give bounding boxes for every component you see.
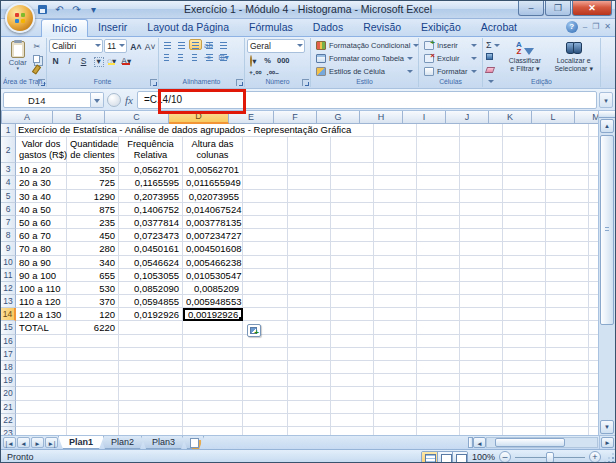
row-header-9[interactable]: 9 [1, 242, 16, 255]
cell-A4[interactable]: 20 a 30 [16, 176, 67, 189]
cell-F9[interactable] [288, 242, 331, 255]
cell-E12[interactable] [243, 282, 288, 295]
cell-B21[interactable] [67, 401, 119, 414]
conditional-formatting-button[interactable]: Formatação Condicional [313, 39, 416, 51]
cell-J13[interactable] [460, 295, 503, 308]
ribbon-tab-2[interactable]: Layout da Página [137, 19, 239, 37]
cell-C9[interactable]: 0,0450161 [119, 242, 183, 255]
expand-formula-bar-icon[interactable]: ▾ [599, 92, 613, 108]
number-dialog-launcher[interactable] [302, 79, 309, 86]
cell-E9[interactable] [243, 242, 288, 255]
zoom-slider[interactable] [515, 457, 585, 458]
wrap-text-icon[interactable] [217, 39, 230, 50]
cell-F6[interactable] [288, 203, 331, 216]
cell-J6[interactable] [460, 203, 503, 216]
cell-E13[interactable] [243, 295, 288, 308]
cell-I8[interactable] [417, 229, 460, 242]
row-header-23[interactable]: 23 [1, 427, 16, 435]
cell-I19[interactable] [417, 374, 460, 387]
formula-input[interactable]: =C14/10 [137, 91, 597, 109]
cell-C3[interactable]: 0,0562701 [119, 163, 183, 176]
cell-A17[interactable] [16, 348, 67, 361]
cell-G9[interactable] [331, 242, 374, 255]
cell-K5[interactable] [503, 190, 546, 203]
cell-I2[interactable] [417, 137, 460, 163]
cell-E19[interactable] [243, 374, 288, 387]
cell-K18[interactable] [503, 361, 546, 374]
cell-I11[interactable] [417, 269, 460, 282]
column-header-g[interactable]: G [317, 111, 360, 124]
cell-H12[interactable] [374, 282, 417, 295]
cell-I15[interactable] [417, 321, 460, 334]
cell-C12[interactable]: 0,0852090 [119, 282, 183, 295]
cell-B17[interactable] [67, 348, 119, 361]
cell-C10[interactable]: 0,0546624 [119, 256, 183, 269]
cell-G21[interactable] [331, 401, 374, 414]
cell-F19[interactable] [288, 374, 331, 387]
cell-G2[interactable] [331, 137, 374, 163]
cell-J9[interactable] [460, 242, 503, 255]
cell-F11[interactable] [288, 269, 331, 282]
cell-G13[interactable] [331, 295, 374, 308]
clear-button[interactable] [485, 65, 501, 77]
cell-E17[interactable] [243, 348, 288, 361]
font-color-button[interactable]: A▾ [119, 54, 133, 67]
borders-button[interactable]: ▾ [91, 54, 104, 67]
ribbon-tab-4[interactable]: Dados [303, 19, 353, 37]
cell-A22[interactable] [16, 414, 67, 427]
column-header-b[interactable]: B [53, 111, 105, 124]
cell-K6[interactable] [503, 203, 546, 216]
first-sheet-icon[interactable]: |◄ [3, 437, 16, 448]
cell-K13[interactable] [503, 295, 546, 308]
cell-H20[interactable] [374, 387, 417, 400]
cell-C17[interactable] [119, 348, 183, 361]
cell-L8[interactable] [546, 229, 589, 242]
cell-E20[interactable] [243, 387, 288, 400]
sheet-tab-plan2[interactable]: Plan2 [100, 436, 145, 449]
cell-G18[interactable] [331, 361, 374, 374]
cell-L19[interactable] [546, 374, 589, 387]
cell-C18[interactable] [119, 361, 183, 374]
column-header-f[interactable]: F [274, 111, 317, 124]
cell-B2[interactable]: Quantidadede clientes [67, 137, 119, 163]
copy-button[interactable] [30, 53, 43, 64]
align-bottom-icon[interactable] [189, 39, 202, 50]
cell-H22[interactable] [374, 414, 417, 427]
cell-G4[interactable] [331, 176, 374, 189]
cell-G5[interactable] [331, 190, 374, 203]
last-sheet-icon[interactable]: ►| [45, 437, 58, 448]
align-middle-icon[interactable] [175, 39, 188, 50]
sheet-tab-plan1[interactable]: Plan1 [58, 436, 104, 449]
cell-L18[interactable] [546, 361, 589, 374]
alignment-dialog-launcher[interactable] [236, 79, 243, 86]
cell-H17[interactable] [374, 348, 417, 361]
ribbon-tab-3[interactable]: Fórmulas [239, 19, 303, 37]
cell-C11[interactable]: 0,1053055 [119, 269, 183, 282]
cell-A2[interactable]: Valor dosgastos (R$) [16, 137, 67, 163]
row-header-18[interactable]: 18 [1, 361, 16, 374]
cell-B3[interactable]: 350 [67, 163, 119, 176]
cell-F7[interactable] [288, 216, 331, 229]
cell-B6[interactable]: 875 [67, 203, 119, 216]
font-name-combo[interactable]: Calibri [49, 39, 103, 53]
currency-format-button[interactable]: ▾ [247, 54, 260, 67]
cell-I20[interactable] [417, 387, 460, 400]
sheet-tab-plan3[interactable]: Plan3 [141, 436, 186, 449]
cell-I14[interactable] [417, 308, 460, 321]
cell-G19[interactable] [331, 374, 374, 387]
cell-J20[interactable] [460, 387, 503, 400]
cell-L17[interactable] [546, 348, 589, 361]
format-as-table-button[interactable]: Formatar como Tabela [313, 52, 416, 64]
cell-B7[interactable]: 235 [67, 216, 119, 229]
row-header-5[interactable]: 5 [1, 190, 16, 203]
cell-J8[interactable] [460, 229, 503, 242]
cell-H13[interactable] [374, 295, 417, 308]
cell-A3[interactable]: 10 a 20 [16, 163, 67, 176]
cell-B12[interactable]: 530 [67, 282, 119, 295]
cell-B19[interactable] [67, 374, 119, 387]
cell-C20[interactable] [119, 387, 183, 400]
cell-B22[interactable] [67, 414, 119, 427]
indent-icon[interactable]: ⇥ [203, 51, 216, 62]
cell-H10[interactable] [374, 256, 417, 269]
cell-K4[interactable] [503, 176, 546, 189]
